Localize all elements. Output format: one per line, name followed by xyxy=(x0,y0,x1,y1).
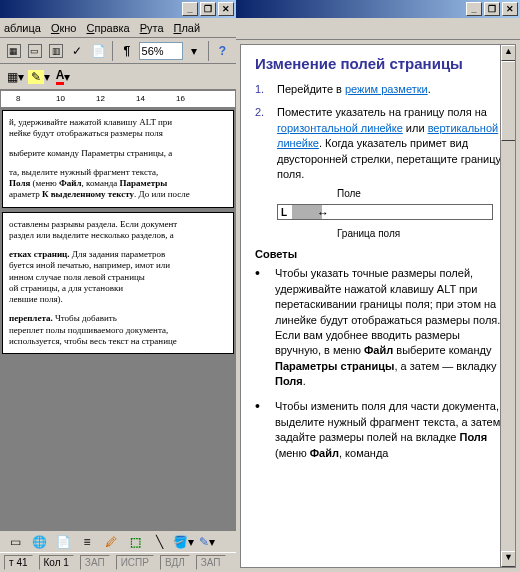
doc-text: переплет полы подшиваемого документа, xyxy=(9,325,229,336)
status-indicator: ЗАП xyxy=(80,555,110,570)
tips-list: • Чтобы указать точные размеры полей, уд… xyxy=(255,266,503,461)
status-indicator: ВДЛ xyxy=(160,555,190,570)
ruler-tick: 12 xyxy=(96,94,105,103)
doc-text: Поля (меню Файл, команда Параметры xyxy=(9,178,229,189)
diagram-ruler: L xyxy=(277,204,493,220)
step-text: Поместите указатель на границу поля на г… xyxy=(277,105,503,182)
menu-tablica[interactable]: аблица xyxy=(4,22,41,34)
menubar: аблица Окно Справка Рута Плай xyxy=(0,18,236,38)
scroll-up-button[interactable]: ▲ xyxy=(501,45,516,61)
ruler-tick: 10 xyxy=(56,94,65,103)
tip-text: Чтобы указать точные размеры полей, удер… xyxy=(275,266,503,389)
document-area[interactable]: й, удерживайте нажатой клавишу ALT при н… xyxy=(0,108,236,530)
tool-button[interactable]: ▭ xyxy=(25,40,44,62)
close-button[interactable]: ✕ xyxy=(502,2,518,16)
menu-okno[interactable]: Окно xyxy=(51,22,77,34)
view-normal-button[interactable]: ▭ xyxy=(4,531,26,553)
doc-text: используется, чтобы весь текст на страни… xyxy=(9,336,229,347)
view-print-button[interactable]: 📄 xyxy=(52,531,74,553)
ruler-diagram: Поле L ↔ Граница поля xyxy=(277,190,503,238)
paragraph-marks-button[interactable]: ¶ xyxy=(117,40,136,62)
separator xyxy=(112,41,113,61)
diagram-label-field: Поле xyxy=(337,188,361,199)
toolbar-1: ▦ ▭ ▥ ✓ 📄 ¶ 56% ▾ ? xyxy=(0,38,236,64)
doc-text: раздел или выделите несколько разделов, … xyxy=(9,230,229,241)
link-horizontal-ruler[interactable]: горизонтальной линейке xyxy=(277,122,403,134)
bullet-icon: • xyxy=(255,266,275,389)
statusbar: т 41 Кол 1 ЗАП ИСПР ВДЛ ЗАП xyxy=(0,552,236,572)
ruler-tick: 16 xyxy=(176,94,185,103)
tip-item: • Чтобы изменить поля для части документ… xyxy=(255,399,503,461)
link-layout-mode[interactable]: режим разметки xyxy=(345,83,428,95)
step-text: Перейдите в режим разметки. xyxy=(277,82,431,97)
scroll-down-button[interactable]: ▼ xyxy=(501,551,516,567)
left-titlebar: _ ❐ ✕ xyxy=(0,0,236,18)
status-cell: т 41 xyxy=(4,555,33,570)
line-button[interactable]: ╲ xyxy=(148,531,170,553)
menu-ruta[interactable]: Рута xyxy=(140,22,164,34)
arrow-icon: ↔ xyxy=(317,206,329,220)
tip-text: Чтобы изменить поля для части документа,… xyxy=(275,399,503,461)
minimize-button[interactable]: _ xyxy=(466,2,482,16)
scroll-thumb[interactable] xyxy=(501,61,516,141)
minimize-button[interactable]: _ xyxy=(182,2,198,16)
scrollbar[interactable]: ▲ ▼ xyxy=(500,45,516,567)
help-button[interactable]: ? xyxy=(213,40,232,62)
tips-heading: Советы xyxy=(255,248,503,260)
close-button[interactable]: ✕ xyxy=(218,2,234,16)
doc-text: араметр К выделенному тексту. До или пос… xyxy=(9,189,229,200)
bullet-icon: • xyxy=(255,399,275,461)
step-number: 2. xyxy=(255,105,277,182)
menu-spravka[interactable]: Справка xyxy=(86,22,129,34)
tool-button[interactable]: ▦ xyxy=(4,40,23,62)
help-window: _ ❐ ✕ Изменение полей страницы 1. Перейд… xyxy=(236,0,520,572)
toggle-button[interactable]: 📄 xyxy=(89,40,108,62)
view-buttons-bar: ▭ 🌐 📄 ≡ 🖉 ⬚ ╲ 🪣▾ ✎▾ xyxy=(0,530,236,552)
status-indicator: ИСПР xyxy=(116,555,154,570)
autoshapes-button[interactable]: ⬚ xyxy=(124,531,146,553)
doc-text: левшие поля). xyxy=(9,294,229,305)
word-window: _ ❐ ✕ аблица Окно Справка Рута Плай ▦ ▭ … xyxy=(0,0,236,572)
doc-text: ой страницы, а для установки xyxy=(9,283,229,294)
doc-text: буется иной печатью, например, имот или xyxy=(9,260,229,271)
doc-page-1[interactable]: й, удерживайте нажатой клавишу ALT при н… xyxy=(2,110,234,208)
restore-button[interactable]: ❐ xyxy=(200,2,216,16)
fill-button[interactable]: 🪣▾ xyxy=(172,531,194,553)
diagram-label-boundary: Граница поля xyxy=(337,228,400,239)
ruler-tick: 14 xyxy=(136,94,145,103)
help-steps: 1. Перейдите в режим разметки. 2. Помест… xyxy=(255,82,503,182)
doc-text: й, удерживайте нажатой клавишу ALT при xyxy=(9,117,229,128)
doc-text: етках страниц. Для задания параметров xyxy=(9,249,229,260)
show-marks-button[interactable]: ✓ xyxy=(68,40,87,62)
doc-text: переплета. Чтобы добавить xyxy=(9,313,229,324)
zoom-combo[interactable]: 56% xyxy=(139,42,183,60)
tool-button[interactable]: ▥ xyxy=(47,40,66,62)
line-color-button[interactable]: ✎▾ xyxy=(196,531,218,553)
draw-button[interactable]: 🖉 xyxy=(100,531,122,553)
doc-page-2[interactable]: оставлены разрывы раздела. Если документ… xyxy=(2,212,234,355)
help-title: Изменение полей страницы xyxy=(255,55,503,72)
doc-text: та, выделите нужный фрагмент текста, xyxy=(9,167,229,178)
doc-text: оставлены разрывы раздела. Если документ xyxy=(9,219,229,230)
font-color-button[interactable]: A▾ xyxy=(52,66,74,88)
restore-button[interactable]: ❐ xyxy=(484,2,500,16)
menu-play[interactable]: Плай xyxy=(174,22,201,34)
tip-item: • Чтобы указать точные размеры полей, уд… xyxy=(255,266,503,389)
help-step-1: 1. Перейдите в режим разметки. xyxy=(255,82,503,97)
tab-marker-icon: L xyxy=(281,207,287,218)
help-step-2: 2. Поместите указатель на границу поля н… xyxy=(255,105,503,182)
horizontal-ruler[interactable]: 8 10 12 14 16 xyxy=(0,90,236,108)
doc-text: инном случае поля левой страницы xyxy=(9,272,229,283)
doc-text: нейке будут отображаться размеры поля xyxy=(9,128,229,139)
dropdown-arrow-icon[interactable]: ▾ xyxy=(185,40,204,62)
step-number: 1. xyxy=(255,82,277,97)
border-button[interactable]: ▦▾ xyxy=(4,66,26,88)
help-toolbar xyxy=(236,18,520,40)
ruler-tick: 8 xyxy=(16,94,20,103)
view-web-button[interactable]: 🌐 xyxy=(28,531,50,553)
highlight-button[interactable]: ✎▾ xyxy=(28,66,50,88)
doc-text: выберите команду Параметры страницы, а xyxy=(9,148,229,159)
view-outline-button[interactable]: ≡ xyxy=(76,531,98,553)
status-cell: Кол 1 xyxy=(39,555,74,570)
help-content: Изменение полей страницы 1. Перейдите в … xyxy=(240,44,516,568)
